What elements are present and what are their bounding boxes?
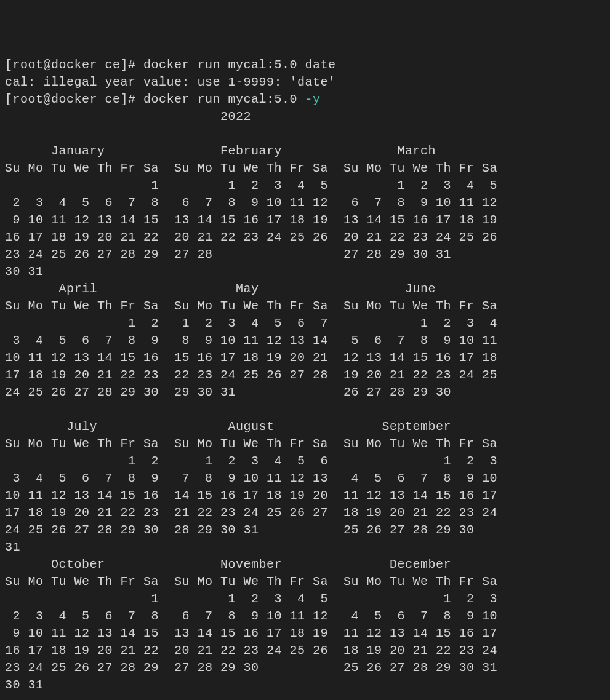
terminal-text: 30 31 [5, 678, 513, 692]
terminal-text: April May June [5, 282, 513, 296]
terminal-text: 30 31 [5, 264, 513, 279]
terminal-text: [root@docker ce]# docker run mycal:5.0 d… [5, 58, 336, 72]
terminal-text: Su Mo Tu We Th Fr Sa Su Mo Tu We Th Fr S… [5, 161, 513, 175]
terminal-text: 3 4 5 6 7 8 9 8 9 10 11 12 13 14 5 6 7 8… [5, 333, 513, 348]
terminal-text: 10 11 12 13 14 15 16 15 16 17 18 19 20 2… [5, 351, 513, 365]
terminal-output[interactable]: [root@docker ce]# docker run mycal:5.0 d… [5, 57, 605, 700]
terminal-text: 1 2 1 2 3 4 5 6 7 1 2 3 4 [5, 316, 513, 330]
terminal-text: 3 4 5 6 7 8 9 7 8 9 10 11 12 13 4 5 6 7 … [5, 471, 513, 485]
terminal-text: 1 1 2 3 4 5 1 2 3 [5, 592, 513, 606]
terminal-text: cal: illegal year value: use 1-9999: 'da… [5, 75, 336, 89]
terminal-text: 23 24 25 26 27 28 29 27 28 27 28 29 30 3… [5, 247, 513, 261]
terminal-text: [root@docker ce]# docker run mycal:5.0 [5, 92, 305, 106]
terminal-text: 2 3 4 5 6 7 8 6 7 8 9 10 11 12 6 7 8 9 1… [5, 196, 513, 210]
terminal-text: October November December [5, 557, 513, 571]
terminal-text: 23 24 25 26 27 28 29 27 28 29 30 25 26 2… [5, 661, 513, 675]
terminal-text: -y [305, 92, 321, 106]
terminal-text: January February March [5, 144, 513, 158]
terminal-text: 31 [5, 540, 513, 554]
terminal-text: 24 25 26 27 28 29 30 28 29 30 31 25 26 2… [5, 523, 513, 537]
terminal-text: 2022 [5, 109, 251, 124]
terminal-text: 9 10 11 12 13 14 15 13 14 15 16 17 18 19… [5, 626, 513, 640]
terminal-text: Su Mo Tu We Th Fr Sa Su Mo Tu We Th Fr S… [5, 299, 513, 313]
terminal-text: 10 11 12 13 14 15 16 14 15 16 17 18 19 2… [5, 488, 513, 503]
terminal-text: 17 18 19 20 21 22 23 22 23 24 25 26 27 2… [5, 368, 513, 382]
terminal-text: 24 25 26 27 28 29 30 29 30 31 26 27 28 2… [5, 385, 513, 399]
terminal-text: July August September [5, 420, 513, 434]
terminal-text: 9 10 11 12 13 14 15 13 14 15 16 17 18 19… [5, 213, 513, 227]
terminal-text: 2 3 4 5 6 7 8 6 7 8 9 10 11 12 4 5 6 7 8… [5, 609, 513, 623]
terminal-text: 16 17 18 19 20 21 22 20 21 22 23 24 25 2… [5, 230, 513, 244]
terminal-text: Su Mo Tu We Th Fr Sa Su Mo Tu We Th Fr S… [5, 575, 513, 589]
terminal-text: 17 18 19 20 21 22 23 21 22 23 24 25 26 2… [5, 506, 513, 520]
terminal-text: 16 17 18 19 20 21 22 20 21 22 23 24 25 2… [5, 643, 513, 658]
terminal-text: 1 1 2 3 4 5 1 2 3 4 5 [5, 178, 513, 193]
terminal-text: 1 2 1 2 3 4 5 6 1 2 3 [5, 454, 513, 468]
terminal-text [5, 402, 513, 416]
terminal-text: Su Mo Tu We Th Fr Sa Su Mo Tu We Th Fr S… [5, 437, 513, 451]
